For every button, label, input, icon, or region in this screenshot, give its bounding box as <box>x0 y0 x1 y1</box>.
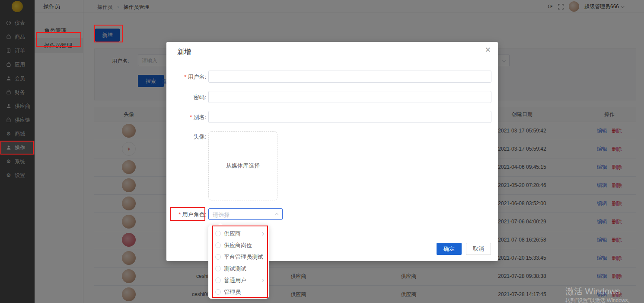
radio-icon[interactable] <box>215 266 221 271</box>
role-option-label: 管理员 <box>224 288 241 296</box>
role-option-label: 测试测试 <box>224 265 246 273</box>
radio-icon[interactable] <box>215 277 221 283</box>
role-option-普通用户[interactable]: 普通用户 <box>208 274 269 286</box>
user-role-label: *用户角色: <box>166 211 206 219</box>
alias-label: *别名: <box>166 113 206 121</box>
radio-icon[interactable] <box>215 289 221 295</box>
close-icon[interactable]: ✕ <box>485 46 491 54</box>
radio-icon[interactable] <box>215 231 221 236</box>
password-label: 密码: <box>166 93 206 101</box>
role-option-供应商岗位[interactable]: 供应商岗位 <box>208 239 269 251</box>
chevron-up-icon <box>275 213 278 216</box>
role-option-label: 普通用户 <box>224 277 246 284</box>
username-field[interactable] <box>208 71 491 83</box>
radio-icon[interactable] <box>215 242 221 248</box>
role-option-管理员[interactable]: 管理员 <box>208 286 269 298</box>
chevron-right-icon <box>261 232 264 235</box>
alias-field[interactable] <box>208 111 491 123</box>
role-option-测试测试[interactable]: 测试测试 <box>208 263 269 274</box>
app-root: 仪表商品订单应用会员财务供应商供应链⚙商城操作⚙系统⚙设置 操作员 角色管理操作… <box>0 0 644 303</box>
radio-icon[interactable] <box>215 254 221 260</box>
avatar-label: 头像: <box>166 133 206 141</box>
role-option-供应商[interactable]: 供应商 <box>208 228 269 239</box>
confirm-button[interactable]: 确定 <box>437 243 462 255</box>
modal-title: 新增 <box>177 48 191 57</box>
username-label: *用户名: <box>166 73 206 81</box>
role-option-label: 供应商 <box>224 230 241 238</box>
user-role-select[interactable]: 请选择 <box>208 208 283 220</box>
role-option-label: 供应商岗位 <box>224 242 252 249</box>
role-dropdown: 供应商供应商岗位平台管理员测试测试测试普通用户管理员 <box>208 225 269 299</box>
role-option-label: 平台管理员测试 <box>224 253 263 261</box>
cancel-button[interactable]: 取消 <box>466 243 491 255</box>
media-library-upload-box[interactable]: 从媒体库选择 <box>208 131 277 200</box>
chevron-right-icon <box>261 279 264 282</box>
password-field[interactable] <box>208 91 491 103</box>
role-option-平台管理员测试[interactable]: 平台管理员测试 <box>208 251 269 263</box>
